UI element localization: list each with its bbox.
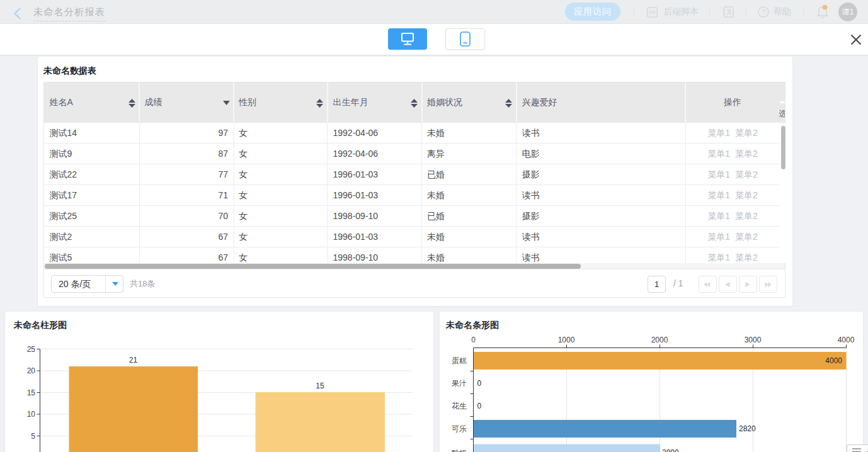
svg-text:3000: 3000: [745, 336, 762, 344]
svg-text:15: 15: [316, 381, 324, 390]
svg-text:4000: 4000: [838, 336, 855, 344]
svg-text:2000: 2000: [662, 448, 679, 452]
svg-text:10: 10: [27, 410, 36, 419]
svg-text:蛋糕: 蛋糕: [452, 356, 467, 365]
svg-text:5: 5: [31, 432, 35, 441]
svg-text:?: ?: [762, 8, 765, 16]
svg-text:果汁: 果汁: [452, 379, 467, 388]
svg-text:花生: 花生: [452, 402, 467, 410]
svg-text:0: 0: [477, 402, 482, 410]
svg-text:0: 0: [477, 379, 482, 388]
svg-text:2820: 2820: [739, 424, 756, 433]
svg-text:15: 15: [27, 388, 36, 397]
svg-text:可乐: 可乐: [452, 424, 467, 433]
svg-text:0: 0: [471, 336, 476, 344]
svg-text:1000: 1000: [558, 336, 575, 344]
svg-text:20: 20: [27, 366, 36, 375]
svg-text:4000: 4000: [825, 356, 842, 365]
svg-text:酸奶: 酸奶: [452, 449, 467, 452]
svg-text:2000: 2000: [651, 336, 668, 344]
svg-text:25: 25: [27, 345, 36, 354]
svg-text:21: 21: [129, 356, 138, 364]
